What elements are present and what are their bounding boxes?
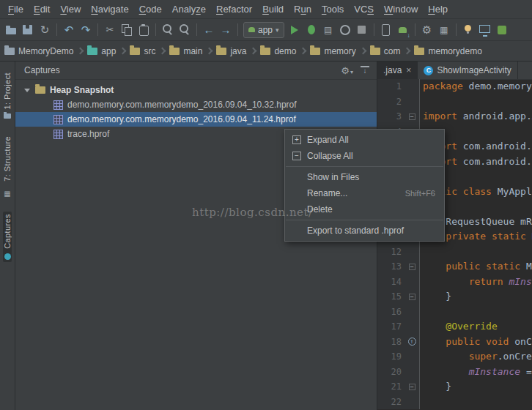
code-line[interactable]: 19 super.onCreate(); [377,349,532,365]
context-menu-shortcut: Shift+F6 [392,189,435,198]
code-line[interactable]: 16 [377,305,532,320]
cut-icon[interactable] [102,21,118,39]
fold-icon[interactable]: − [409,384,415,390]
save-all-icon[interactable] [20,21,36,39]
context-menu-item-export-to-standard-hprof[interactable]: Export to standard .hprof [285,223,444,239]
breadcrumb-item-com[interactable]: com [370,46,401,56]
profiler-icon[interactable] [337,21,353,39]
breadcrumb-item-memory[interactable]: memory [310,46,355,56]
fold-marker[interactable]: − [404,259,419,275]
sidebar-tab-1-project[interactable]: 1: Project [3,70,12,121]
context-menu-item-show-in-files[interactable]: Show in Files [285,169,444,185]
breadcrumb-item-main[interactable]: main [169,46,202,56]
sync-icon[interactable] [37,21,53,39]
heap-snapshot-root[interactable]: Heap Snapshot [15,83,377,97]
breadcrumb-item-java[interactable]: java [216,46,246,56]
fold-icon[interactable]: − [409,294,415,300]
code-line[interactable]: 17 @Override [377,319,532,335]
code-line[interactable]: 15− } [377,289,532,305]
menu-item-view[interactable]: View [55,0,86,19]
toolbar-separator [374,23,374,36]
forward-icon[interactable] [218,21,234,39]
breadcrumb-item-demo[interactable]: demo [260,46,296,56]
folder-icon [35,86,45,94]
menu-item-navigate[interactable]: Navigate [86,0,133,19]
context-menu-label: Expand All [307,135,349,145]
sidebar-tab-7-structure[interactable]: 7: Structure [3,134,12,201]
project-structure-icon[interactable] [436,21,452,39]
override-marker[interactable]: ↑ [404,335,419,350]
gutter: 17 [377,319,420,335]
breadcrumb-item-app[interactable]: app [87,46,116,56]
avd-manager-icon[interactable] [378,21,394,39]
fold-marker[interactable]: − [404,109,419,124]
foldend-marker[interactable]: − [404,379,419,395]
menu-item-analyze[interactable]: Analyze [167,0,211,19]
context-menu-item-collapse-all[interactable]: −Collapse All [285,148,444,164]
hide-panel-icon[interactable] [361,66,369,75]
view-options-gear-icon[interactable] [341,65,353,76]
code-line[interactable]: 14 return mInstance; [377,275,532,290]
menu-item-refactor[interactable]: Refactor [211,0,257,19]
android-device-monitor-icon[interactable] [477,21,493,39]
code-line[interactable]: 2 [377,94,532,110]
replace-icon[interactable] [177,21,193,39]
menu-item-vcs[interactable]: VCS [349,0,379,19]
debug-icon[interactable] [303,21,319,39]
code-line[interactable]: 12 [377,245,532,260]
settings-icon[interactable] [419,21,435,39]
menu-item-window[interactable]: Window [379,0,423,19]
gutter: 19 [377,349,420,365]
override-icon[interactable]: ↑ [408,338,416,346]
capture-file-row[interactable]: demo.memory.com.memorydemo_2016.09.04_10… [15,97,377,112]
breadcrumb-item-memorydemo[interactable]: memorydemo [414,46,481,56]
sdk-manager-icon[interactable] [395,21,411,39]
code-line[interactable]: 3−import android.app.Application; [377,109,532,124]
context-menu-item-expand-all[interactable]: +Expand All [285,132,444,148]
back-icon[interactable] [201,21,217,39]
code-text [420,305,423,320]
panel-title: Captures [24,65,60,75]
foldend-marker[interactable]: − [404,289,419,305]
editor-tab-bar: .java×CShowImageActivity [377,61,532,80]
fold-icon[interactable]: − [409,113,415,120]
tab-java[interactable]: .java× [377,61,418,79]
code-line[interactable]: 22 [377,395,532,410]
stop-icon[interactable] [354,21,370,39]
android-monitor-icon[interactable] [494,21,510,39]
code-text: package demo.memory.com.memorydemo; [420,79,532,94]
run-with-coverage-icon[interactable] [320,21,336,39]
tab-showimageactivity[interactable]: CShowImageActivity [418,61,517,79]
menu-item-build[interactable]: Build [257,0,289,19]
code-line[interactable]: 21− } [377,379,532,395]
paste-icon[interactable] [136,21,152,39]
menu-item-code[interactable]: Code [134,0,167,19]
context-menu-item-delete[interactable]: Delete [285,201,444,217]
inspect-icon[interactable] [460,21,476,39]
redo-icon[interactable] [78,21,94,39]
menu-item-file[interactable]: File [3,0,29,19]
context-menu-item-rename[interactable]: Rename...Shift+F6 [285,185,444,201]
code-line[interactable]: 13− public static MyApplication getInsta… [377,259,532,275]
code-line[interactable]: 1package demo.memory.com.memorydemo; [377,79,532,94]
menu-item-run[interactable]: Run [289,0,317,19]
open-icon[interactable] [3,21,19,39]
code-line[interactable]: 20 mInstance = this; [377,365,532,380]
sidebar-tab-captures[interactable]: Captures [3,212,12,262]
hprof-file-icon [53,115,63,124]
menu-item-help[interactable]: Help [423,0,453,19]
breadcrumb-item-src[interactable]: src [130,46,155,56]
copy-icon[interactable] [119,21,135,39]
undo-icon[interactable] [61,21,77,39]
menu-item-edit[interactable]: Edit [29,0,55,19]
run-config-dropdown[interactable]: app▾ [243,22,284,38]
run-icon[interactable] [287,21,303,39]
gutter-marker [404,365,419,380]
breadcrumb-item-memorydemo[interactable]: MemoryDemo [4,46,73,56]
fold-icon[interactable]: − [409,264,415,270]
capture-file-row[interactable]: demo.memory.com.memorydemo_2016.09.04_11… [15,112,377,127]
find-icon[interactable] [160,21,176,39]
code-line[interactable]: 18↑ public void onCreate() { [377,335,532,350]
close-icon[interactable]: × [406,65,411,75]
menu-item-tools[interactable]: Tools [317,0,349,19]
